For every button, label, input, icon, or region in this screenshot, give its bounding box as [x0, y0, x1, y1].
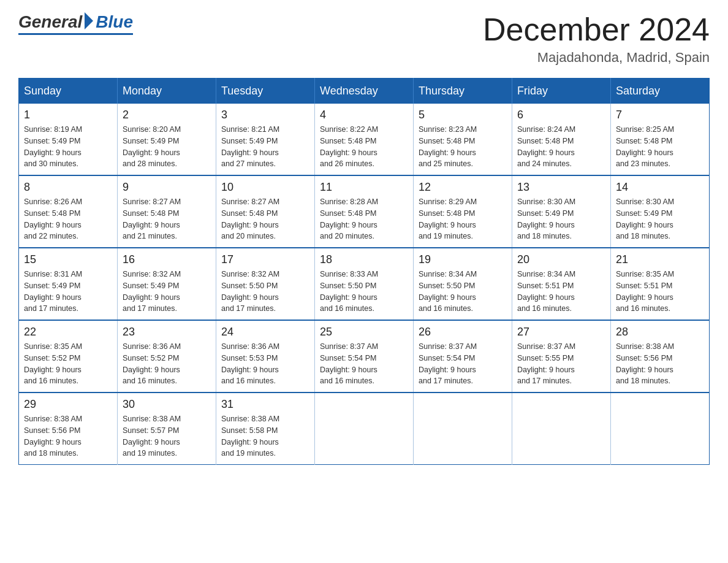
day-number: 5	[419, 109, 507, 121]
day-number: 22	[24, 326, 112, 339]
day-number: 19	[419, 253, 507, 266]
day-number: 15	[24, 253, 112, 266]
day-info: Sunrise: 8:29 AM Sunset: 5:48 PM Dayligh…	[419, 196, 507, 242]
day-number: 17	[221, 253, 309, 266]
daylight-minutes: and 17 minutes.	[419, 377, 473, 385]
sunset-label: Sunset: 5:56 PM	[24, 426, 80, 435]
weekday-header-thursday: Thursday	[414, 79, 512, 104]
sunset-label: Sunset: 5:52 PM	[24, 354, 80, 362]
daylight-label: Daylight: 9 hours	[616, 366, 673, 374]
day-info: Sunrise: 8:30 AM Sunset: 5:49 PM Dayligh…	[517, 196, 605, 242]
sunrise-label: Sunrise: 8:24 AM	[517, 125, 575, 134]
day-info: Sunrise: 8:32 AM Sunset: 5:49 PM Dayligh…	[123, 269, 211, 315]
sunrise-label: Sunrise: 8:19 AM	[24, 125, 82, 134]
logo-underline	[18, 33, 133, 35]
sunset-label: Sunset: 5:50 PM	[320, 282, 376, 290]
sunset-label: Sunset: 5:49 PM	[24, 282, 80, 290]
calendar-week-row: 1 Sunrise: 8:19 AM Sunset: 5:49 PM Dayli…	[19, 104, 710, 175]
sunset-label: Sunset: 5:48 PM	[123, 209, 179, 218]
calendar-cell: 18 Sunrise: 8:33 AM Sunset: 5:50 PM Dayl…	[315, 248, 414, 320]
day-info: Sunrise: 8:19 AM Sunset: 5:49 PM Dayligh…	[24, 124, 112, 170]
month-title: December 2024	[483, 12, 710, 47]
calendar-cell: 16 Sunrise: 8:32 AM Sunset: 5:49 PM Dayl…	[118, 248, 216, 320]
sunrise-label: Sunrise: 8:26 AM	[24, 197, 82, 206]
calendar-week-row: 15 Sunrise: 8:31 AM Sunset: 5:49 PM Dayl…	[19, 248, 710, 320]
sunrise-label: Sunrise: 8:34 AM	[419, 270, 477, 278]
sunset-label: Sunset: 5:49 PM	[123, 282, 179, 290]
calendar-cell: 3 Sunrise: 8:21 AM Sunset: 5:49 PM Dayli…	[216, 104, 315, 175]
sunrise-label: Sunrise: 8:27 AM	[123, 197, 181, 206]
calendar-cell: 10 Sunrise: 8:27 AM Sunset: 5:48 PM Dayl…	[216, 175, 315, 248]
sunset-label: Sunset: 5:49 PM	[24, 137, 80, 145]
day-number: 3	[221, 109, 309, 121]
daylight-label: Daylight: 9 hours	[419, 293, 476, 302]
daylight-label: Daylight: 9 hours	[320, 366, 377, 374]
day-info: Sunrise: 8:27 AM Sunset: 5:48 PM Dayligh…	[221, 196, 309, 242]
sunset-label: Sunset: 5:48 PM	[320, 209, 376, 218]
calendar-cell: 2 Sunrise: 8:20 AM Sunset: 5:49 PM Dayli…	[118, 104, 216, 175]
daylight-minutes: and 25 minutes.	[419, 159, 473, 168]
day-number: 8	[24, 181, 112, 194]
sunrise-label: Sunrise: 8:29 AM	[419, 197, 477, 206]
sunset-label: Sunset: 5:52 PM	[123, 354, 179, 362]
sunrise-label: Sunrise: 8:37 AM	[320, 342, 378, 351]
day-number: 29	[24, 398, 112, 411]
sunset-label: Sunset: 5:54 PM	[419, 354, 475, 362]
day-number: 9	[123, 181, 211, 194]
day-number: 21	[616, 253, 704, 266]
sunset-label: Sunset: 5:54 PM	[320, 354, 376, 362]
sunset-label: Sunset: 5:48 PM	[24, 209, 80, 218]
calendar-cell: 19 Sunrise: 8:34 AM Sunset: 5:50 PM Dayl…	[414, 248, 512, 320]
daylight-label: Daylight: 9 hours	[123, 148, 180, 157]
daylight-label: Daylight: 9 hours	[123, 221, 180, 229]
sunset-label: Sunset: 5:57 PM	[123, 426, 179, 435]
calendar-cell: 27 Sunrise: 8:37 AM Sunset: 5:55 PM Dayl…	[512, 320, 611, 393]
sunset-label: Sunset: 5:48 PM	[419, 209, 475, 218]
logo-triangle-icon	[85, 12, 93, 29]
day-number: 6	[517, 109, 605, 121]
sunset-label: Sunset: 5:50 PM	[221, 282, 278, 290]
sunset-label: Sunset: 5:48 PM	[320, 137, 376, 145]
daylight-minutes: and 22 minutes.	[24, 232, 78, 240]
daylight-label: Daylight: 9 hours	[419, 221, 476, 229]
daylight-label: Daylight: 9 hours	[320, 221, 377, 229]
day-number: 7	[616, 109, 704, 121]
weekday-header-monday: Monday	[118, 79, 216, 104]
calendar-cell: 28 Sunrise: 8:38 AM Sunset: 5:56 PM Dayl…	[611, 320, 710, 393]
sunset-label: Sunset: 5:58 PM	[221, 426, 278, 435]
sunset-label: Sunset: 5:55 PM	[517, 354, 574, 362]
day-number: 11	[320, 181, 408, 194]
weekday-header-saturday: Saturday	[611, 79, 710, 104]
sunrise-label: Sunrise: 8:21 AM	[221, 125, 279, 134]
sunset-label: Sunset: 5:53 PM	[221, 354, 278, 362]
weekday-header-wednesday: Wednesday	[315, 79, 414, 104]
sunrise-label: Sunrise: 8:37 AM	[517, 342, 575, 351]
daylight-label: Daylight: 9 hours	[24, 148, 82, 157]
daylight-minutes: and 16 minutes.	[419, 304, 473, 313]
calendar-cell: 7 Sunrise: 8:25 AM Sunset: 5:48 PM Dayli…	[611, 104, 710, 175]
calendar-cell: 4 Sunrise: 8:22 AM Sunset: 5:48 PM Dayli…	[315, 104, 414, 175]
day-info: Sunrise: 8:28 AM Sunset: 5:48 PM Dayligh…	[320, 196, 408, 242]
calendar-cell: 11 Sunrise: 8:28 AM Sunset: 5:48 PM Dayl…	[315, 175, 414, 248]
day-info: Sunrise: 8:26 AM Sunset: 5:48 PM Dayligh…	[24, 196, 112, 242]
day-info: Sunrise: 8:38 AM Sunset: 5:56 PM Dayligh…	[616, 341, 704, 387]
day-number: 27	[517, 326, 605, 339]
calendar-cell: 29 Sunrise: 8:38 AM Sunset: 5:56 PM Dayl…	[19, 393, 118, 465]
sunrise-label: Sunrise: 8:38 AM	[616, 342, 674, 351]
day-info: Sunrise: 8:27 AM Sunset: 5:48 PM Dayligh…	[123, 196, 211, 242]
daylight-minutes: and 18 minutes.	[616, 377, 670, 385]
daylight-label: Daylight: 9 hours	[221, 293, 279, 302]
sunset-label: Sunset: 5:49 PM	[517, 209, 574, 218]
day-info: Sunrise: 8:35 AM Sunset: 5:51 PM Dayligh…	[616, 269, 704, 315]
sunrise-label: Sunrise: 8:23 AM	[419, 125, 477, 134]
calendar-cell: 20 Sunrise: 8:34 AM Sunset: 5:51 PM Dayl…	[512, 248, 611, 320]
daylight-label: Daylight: 9 hours	[24, 221, 82, 229]
sunrise-label: Sunrise: 8:28 AM	[320, 197, 378, 206]
sunrise-label: Sunrise: 8:30 AM	[517, 197, 575, 206]
day-info: Sunrise: 8:22 AM Sunset: 5:48 PM Dayligh…	[320, 124, 408, 170]
sunset-label: Sunset: 5:48 PM	[419, 137, 475, 145]
sunrise-label: Sunrise: 8:34 AM	[517, 270, 575, 278]
logo-blue-text: Blue	[96, 12, 133, 32]
calendar-cell: 14 Sunrise: 8:30 AM Sunset: 5:49 PM Dayl…	[611, 175, 710, 248]
page-header: General Blue December 2024 Majadahonda, …	[18, 12, 710, 66]
